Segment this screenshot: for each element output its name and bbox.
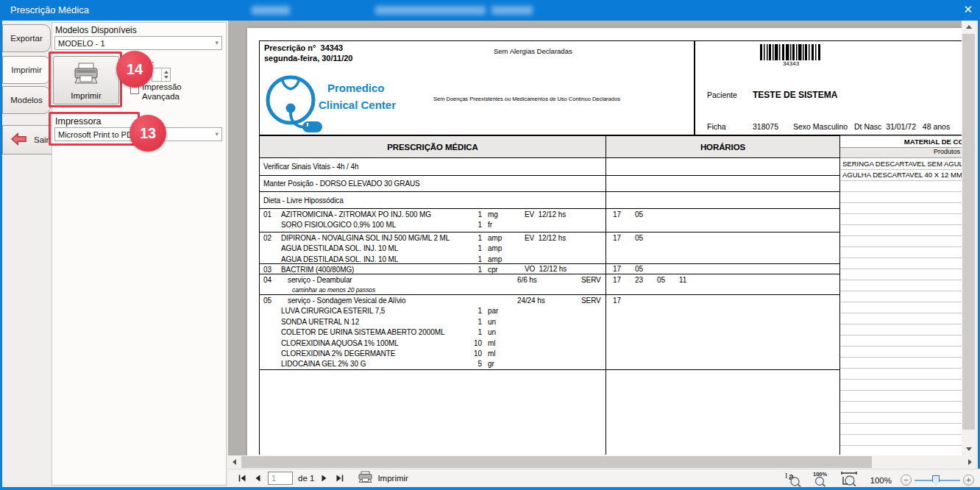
fit-width-icon[interactable] bbox=[839, 470, 862, 490]
material-row: AGULHA DESCARTAVEL 40 X 12 MM bbox=[840, 170, 962, 181]
exit-arrow-icon bbox=[10, 132, 28, 148]
schedule-cell: 1705 bbox=[606, 208, 839, 232]
clinic-logo-icon bbox=[261, 68, 324, 138]
next-page-button[interactable] bbox=[319, 472, 330, 485]
highlight-rect-print bbox=[49, 52, 122, 107]
zoom-slider[interactable]: − + bbox=[901, 475, 974, 486]
step-badge-14: 14 bbox=[116, 51, 153, 88]
vertical-scrollbar[interactable] bbox=[962, 21, 976, 455]
barcode-number: 34343 bbox=[760, 60, 822, 67]
prescription-date: segunda-feira, 30/11/20 bbox=[264, 54, 352, 63]
scroll-right-icon[interactable] bbox=[964, 455, 976, 469]
schedule-cell: 17 bbox=[606, 294, 839, 369]
first-page-button[interactable] bbox=[237, 472, 247, 485]
allergies-note: Sem Alergias Declaradas bbox=[494, 47, 572, 55]
material-column: MATERIAL DE CONSUMO Produtos SERINGA DES… bbox=[840, 135, 962, 455]
schedule-cell bbox=[606, 191, 839, 208]
blurred-title-segment bbox=[252, 6, 290, 15]
material-rows: SERINGA DESCARTAVEL SEM AGULHA AGULHA DE… bbox=[840, 159, 962, 455]
close-icon[interactable]: ✕ bbox=[963, 3, 973, 16]
material-row: SERINGA DESCARTAVEL SEM AGULHA bbox=[840, 159, 962, 170]
scroll-down-icon[interactable] bbox=[962, 443, 976, 455]
step-badge-13: 13 bbox=[129, 115, 166, 152]
blurred-title-segment bbox=[375, 6, 486, 15]
zoom-slider-track[interactable] bbox=[915, 480, 960, 481]
printer-icon bbox=[358, 471, 373, 485]
title-bar: Prescrição Médica ✕ bbox=[0, 0, 980, 21]
page-number-input[interactable]: 1 bbox=[268, 472, 293, 485]
tab-modelos[interactable]: Modelos bbox=[2, 86, 51, 114]
general-order-row: Verificar Sinais Vitais - 4h / 4h bbox=[260, 157, 606, 175]
text-zoom-icon[interactable]: I a bbox=[784, 470, 803, 490]
print-preview-area[interactable]: Prescrição n° 34343 segunda-feira, 30/11… bbox=[228, 21, 962, 455]
chevron-down-icon: ▾ bbox=[215, 130, 219, 138]
window-title: Prescrição Médica bbox=[10, 4, 89, 15]
svg-text:I: I bbox=[785, 472, 787, 480]
col-header-material: MATERIAL DE CONSUMO bbox=[840, 136, 962, 148]
rx-item-group: VO 12/12 hs 03BACTRIM (400/80MG)1cpr bbox=[260, 263, 606, 274]
prescription-number: Prescrição n° 34343 bbox=[264, 43, 343, 52]
rx-item-group: 24/24 hs SERV 05serviço - Sondagem Vesic… bbox=[260, 294, 606, 369]
patient-row: Ficha318075Sexo MasculinoDt Nasc 31/01/7… bbox=[707, 121, 950, 132]
schedule-cell: 17230511 bbox=[606, 274, 839, 294]
prescription-header-box: Prescrição n° 34343 segunda-feira, 30/11… bbox=[259, 40, 695, 135]
col-header-schedule: HORÁRIOS bbox=[606, 136, 839, 157]
general-order-row: Dieta - Livre Hipossódica bbox=[260, 191, 606, 208]
tab-exportar[interactable]: Exportar bbox=[2, 24, 51, 52]
copies-stepper[interactable] bbox=[152, 68, 171, 82]
schedule-cell: 1705 bbox=[606, 263, 839, 274]
col-header-products: Produtos bbox=[840, 148, 962, 158]
last-page-button[interactable] bbox=[335, 472, 345, 485]
col-header-prescription: PRESCRIÇÃO MÉDICA bbox=[260, 136, 606, 157]
prescription-page: Prescrição n° 34343 segunda-feira, 30/11… bbox=[247, 28, 962, 455]
rx-item-group: EV 12/12 hs 01AZITROMICINA - ZITROMAX PO… bbox=[260, 208, 606, 232]
tab-imprimir[interactable]: Imprimir bbox=[2, 56, 51, 84]
models-dropdown[interactable]: MODELO - 1 ▾ bbox=[54, 36, 222, 50]
schedule-cell bbox=[606, 175, 839, 191]
scroll-up-icon[interactable] bbox=[962, 21, 976, 33]
conditions-note: Sem Doenças Preexistentes ou Medicamento… bbox=[433, 96, 620, 102]
blurred-title-segment bbox=[491, 6, 533, 15]
toolbar-print-button[interactable]: Imprimir bbox=[358, 471, 408, 485]
advanced-print-label: Impressão Avançada bbox=[142, 82, 182, 102]
brand-subname: Clinical Center bbox=[319, 99, 396, 111]
models-label: Modelos Disponíveis bbox=[55, 25, 137, 35]
chevron-down-icon: ▾ bbox=[215, 39, 219, 46]
barcode bbox=[760, 44, 822, 62]
schedule-cell bbox=[606, 157, 839, 175]
schedule-cell bbox=[606, 369, 839, 455]
empty-row bbox=[260, 369, 606, 455]
rx-item-group: EV 12/12 hs 02DIPIRONA - NOVALGINA SOL I… bbox=[260, 232, 606, 263]
zoom-in-icon[interactable]: + bbox=[963, 475, 974, 486]
page-count-label: de 1 bbox=[298, 474, 314, 483]
prescription-table: PRESCRIÇÃO MÉDICA HORÁRIOS Verificar Sin… bbox=[259, 135, 840, 455]
highlight-rect-printer bbox=[49, 112, 140, 146]
scroll-left-icon[interactable] bbox=[228, 455, 240, 469]
zoom-100-icon[interactable]: 100% bbox=[812, 470, 831, 490]
patient-info-box: 34343 PacienteTESTE DE SISTEMA Ficha3180… bbox=[695, 40, 962, 135]
zoom-out-icon[interactable]: − bbox=[901, 475, 912, 486]
horizontal-scrollbar[interactable] bbox=[228, 455, 976, 469]
previous-page-button[interactable] bbox=[252, 472, 263, 485]
patient-row: PacienteTESTE DE SISTEMA bbox=[707, 90, 950, 100]
horizontal-scroll-thumb[interactable] bbox=[241, 456, 872, 468]
stepper-arrows[interactable] bbox=[161, 68, 170, 81]
zoom-percentage: 100% bbox=[870, 476, 892, 485]
svg-text:100%: 100% bbox=[813, 471, 828, 477]
app-window: Prescrição Médica ✕ Exportar Imprimir Mo… bbox=[0, 0, 980, 490]
brand-name: Promedico bbox=[327, 82, 385, 94]
rx-item-group: 6/6 hs SERV 04serviço - Deambular caminh… bbox=[260, 274, 606, 294]
exit-label: Sair bbox=[34, 135, 49, 144]
general-order-row: Manter Posição - DORSO ELEVADO 30 GRAUS bbox=[260, 175, 606, 191]
schedule-cell: 1705 bbox=[606, 232, 839, 263]
zoom-slider-thumb[interactable] bbox=[932, 475, 940, 486]
preview-toolbar: 1 de 1 Imprimir I a bbox=[228, 469, 980, 487]
vertical-scroll-thumb[interactable] bbox=[962, 34, 975, 430]
